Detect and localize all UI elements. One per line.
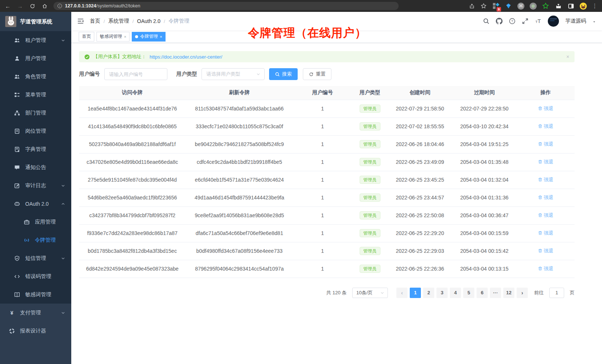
close-icon[interactable]: × — [160, 34, 162, 39]
force-logout-button[interactable]: 强退 — [538, 176, 553, 183]
share-icon[interactable] — [468, 3, 475, 9]
force-logout-button[interactable]: 强退 — [538, 141, 553, 148]
sidebar-item-sms-management[interactable]: 短信管理 — [0, 249, 71, 267]
force-logout-button[interactable]: 强退 — [538, 212, 553, 219]
sidebar-item-sensitive-word-management[interactable]: 敏感词管理 — [0, 285, 71, 304]
sidebar-item-oauth2-application[interactable]: 应用管理 — [0, 213, 71, 231]
sidebar-item-role-management[interactable]: 角色管理 — [0, 67, 71, 86]
extension-command-icon[interactable]: ⌘ — [517, 3, 524, 10]
font-size-icon[interactable]: TT — [535, 18, 542, 24]
action-label: 强退 — [544, 159, 553, 165]
site-info-icon[interactable]: i — [58, 4, 62, 8]
tab-0[interactable]: 首页 — [79, 32, 94, 42]
profile-emoji-icon[interactable] — [580, 3, 587, 10]
search-button[interactable]: 搜索 — [269, 68, 298, 80]
extension-gem-icon[interactable] — [505, 2, 512, 10]
sidebar-item-errorcode-management[interactable]: 错误码管理 — [0, 267, 71, 285]
back-icon[interactable]: ← — [4, 3, 11, 9]
close-icon[interactable]: × — [124, 34, 126, 39]
user-id-cell: 1 — [293, 189, 352, 206]
access-token-cell: b0d1785bc3a8482f812db4a3f3bd15ec — [79, 242, 186, 260]
username[interactable]: 芋道源码 — [565, 18, 586, 24]
sidebar-item-dict-management[interactable]: 字典管理 — [0, 140, 71, 158]
sidebar-item-report-designer[interactable]: 报表设计器 — [0, 322, 71, 340]
sidebar-panel-icon[interactable] — [567, 2, 575, 10]
bookmark-star-icon[interactable] — [480, 3, 487, 9]
alert-close-icon[interactable]: × — [566, 54, 569, 60]
user-id-cell: 1 — [293, 171, 352, 189]
sidebar-item-audit-log[interactable]: 审计日志 — [0, 176, 71, 195]
extension-star-icon[interactable] — [542, 2, 549, 10]
extension-grid-icon[interactable]: 9 — [492, 2, 500, 10]
fullscreen-icon[interactable] — [522, 18, 529, 24]
prev-page-button[interactable]: ‹ — [396, 288, 408, 298]
forward-icon[interactable]: → — [17, 3, 23, 9]
force-logout-button[interactable]: 强退 — [538, 248, 553, 254]
help-icon[interactable]: ? — [509, 18, 516, 24]
sidebar-item-label: 错误码管理 — [25, 273, 51, 280]
force-logout-button[interactable]: 强退 — [538, 230, 553, 236]
search-icon[interactable] — [483, 18, 490, 24]
user-type-cell: 管理员 — [352, 260, 388, 278]
extension-puzzle-icon[interactable] — [554, 2, 562, 10]
sidebar: 芋道管理系统 租户管理用户管理角色管理菜单管理部门管理岗位管理字典管理通知公告审… — [0, 12, 71, 364]
app-logo[interactable]: 芋道管理系统 — [0, 12, 71, 31]
sidebar-item-oauth2[interactable]: OAuth 2.0 — [0, 195, 71, 213]
search-icon — [275, 72, 280, 77]
page-button-12[interactable]: 12 — [503, 288, 514, 298]
tab-1[interactable]: 敏感词管理× — [96, 32, 130, 42]
home-icon[interactable] — [41, 3, 48, 9]
browser-menu-icon[interactable]: ⋮ — [592, 3, 598, 9]
breadcrumb-item[interactable]: 首页 — [90, 18, 100, 24]
force-logout-button[interactable]: 强退 — [538, 265, 553, 272]
next-page-button[interactable]: › — [517, 288, 528, 298]
chevron-down-icon — [61, 183, 65, 188]
reset-button[interactable]: 重置 — [303, 68, 331, 80]
shield-icon — [14, 255, 20, 261]
goto-page-input[interactable] — [549, 288, 564, 298]
expire-time-cell: 2054-03-10 20:42:34 — [452, 118, 517, 135]
user-id-cell: 1 — [293, 100, 352, 118]
page-button-3[interactable]: 3 — [436, 288, 448, 298]
github-icon[interactable] — [496, 18, 503, 24]
create-time-cell: 2022-06-26 18:04:46 — [388, 135, 452, 153]
page-button-6[interactable]: 6 — [477, 288, 488, 298]
tab-active-2[interactable]: 令牌管理× — [132, 32, 165, 42]
pager-ellipsis[interactable]: ··· — [490, 288, 501, 298]
trash-icon — [538, 159, 543, 164]
force-logout-button[interactable]: 强退 — [538, 123, 553, 130]
force-logout-button[interactable]: 强退 — [538, 105, 553, 112]
sidebar-item-pay-management[interactable]: ¥支付管理 — [0, 304, 71, 322]
address-bar[interactable]: i 127.0.0.1:1024/system/oauth2/token — [53, 2, 399, 10]
sidebar-item-dept-management[interactable]: 部门管理 — [0, 104, 71, 122]
page-button-1[interactable]: 1 — [410, 288, 421, 298]
refresh-icon[interactable] — [29, 3, 36, 9]
force-logout-button[interactable]: 强退 — [538, 159, 553, 165]
page-button-5[interactable]: 5 — [463, 288, 474, 298]
breadcrumb-item[interactable]: 系统管理 — [108, 18, 129, 24]
page-size-select[interactable]: 10条/页 — [352, 288, 388, 298]
logo-avatar — [5, 16, 16, 27]
page-button-4[interactable]: 4 — [450, 288, 461, 298]
hamburger-icon[interactable] — [77, 18, 84, 24]
caret-down-icon[interactable] — [592, 20, 596, 24]
sidebar-item-tenant-management[interactable]: 租户管理 — [0, 31, 71, 49]
sidebar-item-label: OAuth 2.0 — [25, 201, 49, 207]
access-token-cell: 275e5de9151045fe87cbdc395e004f4d — [79, 171, 186, 189]
expire-time-cell: 2054-03-04 00:13:15 — [452, 260, 517, 278]
force-logout-button[interactable]: 强退 — [538, 194, 553, 201]
action-cell: 强退 — [517, 206, 575, 224]
user-avatar[interactable] — [548, 16, 559, 27]
sidebar-item-user-management[interactable]: 用户管理 — [0, 49, 71, 67]
sidebar-item-menu-management[interactable]: 菜单管理 — [0, 86, 71, 104]
breadcrumb-item[interactable]: OAuth 2.0 — [137, 18, 160, 24]
doc-link[interactable]: https://doc.iocoder.cn/user-center/ — [150, 54, 222, 60]
sidebar-item-post-management[interactable]: 岗位管理 — [0, 122, 71, 140]
sidebar-item-notice-announcement[interactable]: 通知公告 — [0, 158, 71, 176]
sidebar-item-oauth2-token[interactable]: A令牌管理 — [0, 231, 71, 249]
extension-record-icon[interactable] — [530, 3, 537, 10]
create-time-cell: 2022-06-25 22:50:08 — [388, 206, 452, 224]
user-type-select[interactable]: 请选择用户类型 — [202, 68, 265, 80]
user-id-input[interactable] — [104, 68, 167, 80]
page-button-2[interactable]: 2 — [423, 288, 434, 298]
